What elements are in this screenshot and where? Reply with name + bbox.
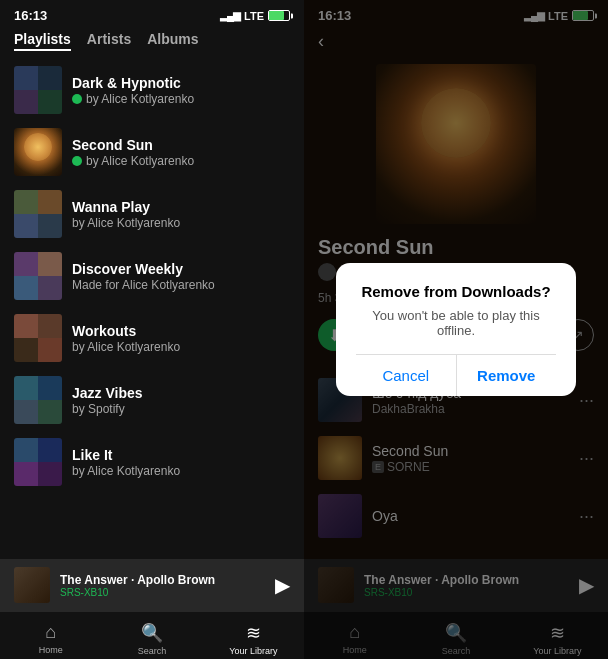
- playlist-name: Dark & Hypnotic: [72, 75, 290, 91]
- playlist-sub: by Alice Kotlyarenko: [72, 154, 290, 168]
- playlist-sub: Made for Alice Kotlyarenko: [72, 278, 290, 292]
- playlist-thumb: [14, 314, 62, 362]
- list-item[interactable]: Discover Weekly Made for Alice Kotlyaren…: [0, 245, 304, 307]
- home-icon: ⌂: [45, 622, 56, 643]
- battery-fill: [269, 11, 284, 20]
- playlist-name: Discover Weekly: [72, 261, 290, 277]
- playlist-info: Like It by Alice Kotlyarenko: [72, 447, 290, 478]
- signal-icon: ▂▄▆: [220, 10, 240, 21]
- nav-home-left[interactable]: ⌂ Home: [0, 616, 101, 655]
- dialog-message: You won't be able to play this offline.: [356, 308, 556, 338]
- cancel-button[interactable]: Cancel: [356, 355, 457, 396]
- playlist-name: Second Sun: [72, 137, 290, 153]
- list-item[interactable]: Dark & Hypnotic by Alice Kotlyarenko: [0, 59, 304, 121]
- playlist-info: Second Sun by Alice Kotlyarenko: [72, 137, 290, 168]
- left-tabs: Playlists Artists Albums: [0, 27, 304, 59]
- playlist-info: Discover Weekly Made for Alice Kotlyaren…: [72, 261, 290, 292]
- dialog-overlay: Remove from Downloads? You won't be able…: [304, 0, 608, 659]
- bottom-nav-left: ⌂ Home 🔍 Search ≋ Your Library: [0, 611, 304, 659]
- playlist-info: Dark & Hypnotic by Alice Kotlyarenko: [72, 75, 290, 106]
- playlist-thumb: [14, 438, 62, 486]
- left-status-bar: 16:13 ▂▄▆ LTE: [0, 0, 304, 27]
- left-status-right: ▂▄▆ LTE: [220, 10, 290, 22]
- playlist-sub: by Alice Kotlyarenko: [72, 340, 290, 354]
- library-icon: ≋: [246, 622, 261, 644]
- playlist-thumb: [14, 190, 62, 238]
- tab-albums[interactable]: Albums: [147, 31, 198, 51]
- playlist-thumb: [14, 128, 62, 176]
- search-icon: 🔍: [141, 622, 163, 644]
- playlist-name: Wanna Play: [72, 199, 290, 215]
- list-item[interactable]: Wanna Play by Alice Kotlyarenko: [0, 183, 304, 245]
- dialog-buttons: Cancel Remove: [356, 354, 556, 396]
- network-label: LTE: [244, 10, 264, 22]
- tab-artists[interactable]: Artists: [87, 31, 131, 51]
- nav-search-label: Search: [138, 646, 167, 656]
- tab-playlists[interactable]: Playlists: [14, 31, 71, 51]
- battery-icon: [268, 10, 290, 21]
- nav-home-label: Home: [39, 645, 63, 655]
- left-time: 16:13: [14, 8, 47, 23]
- play-pause-button[interactable]: ▶: [275, 573, 290, 597]
- now-playing-bar-left[interactable]: The Answer · Apollo Brown SRS-XB10 ▶: [0, 559, 304, 611]
- playlist-info: Workouts by Alice Kotlyarenko: [72, 323, 290, 354]
- playlist-sub: by Alice Kotlyarenko: [72, 92, 290, 106]
- right-panel: 16:13 ▂▄▆ LTE ‹ Second Sun Al 5h 36 ⬇ ▶ …: [304, 0, 608, 659]
- playlist-sub: by Spotify: [72, 402, 290, 416]
- playlist-info: Wanna Play by Alice Kotlyarenko: [72, 199, 290, 230]
- list-item[interactable]: Like It by Alice Kotlyarenko: [0, 431, 304, 493]
- remove-downloads-dialog: Remove from Downloads? You won't be able…: [336, 263, 576, 396]
- remove-button[interactable]: Remove: [457, 355, 557, 396]
- nav-search-left[interactable]: 🔍 Search: [101, 616, 202, 656]
- left-panel: 16:13 ▂▄▆ LTE Playlists Artists Albums: [0, 0, 304, 659]
- playlist-name: Like It: [72, 447, 290, 463]
- nav-library-left[interactable]: ≋ Your Library: [203, 616, 304, 656]
- downloaded-indicator: [72, 156, 82, 166]
- now-playing-device: SRS-XB10: [60, 587, 265, 598]
- dialog-title: Remove from Downloads?: [356, 283, 556, 300]
- now-playing-info: The Answer · Apollo Brown SRS-XB10: [60, 573, 265, 598]
- nav-library-label: Your Library: [229, 646, 277, 656]
- downloaded-indicator: [72, 94, 82, 104]
- playlist-sub: by Alice Kotlyarenko: [72, 464, 290, 478]
- playlist-thumb: [14, 376, 62, 424]
- now-playing-title: The Answer · Apollo Brown: [60, 573, 265, 587]
- playlist-sub: by Alice Kotlyarenko: [72, 216, 290, 230]
- list-item[interactable]: Jazz Vibes by Spotify: [0, 369, 304, 431]
- playlist-name: Jazz Vibes: [72, 385, 290, 401]
- playlist-info: Jazz Vibes by Spotify: [72, 385, 290, 416]
- playlist-thumb: [14, 66, 62, 114]
- list-item[interactable]: Second Sun by Alice Kotlyarenko: [0, 121, 304, 183]
- playlist-name: Workouts: [72, 323, 290, 339]
- now-playing-thumb: [14, 567, 50, 603]
- playlist-thumb: [14, 252, 62, 300]
- list-item[interactable]: Workouts by Alice Kotlyarenko: [0, 307, 304, 369]
